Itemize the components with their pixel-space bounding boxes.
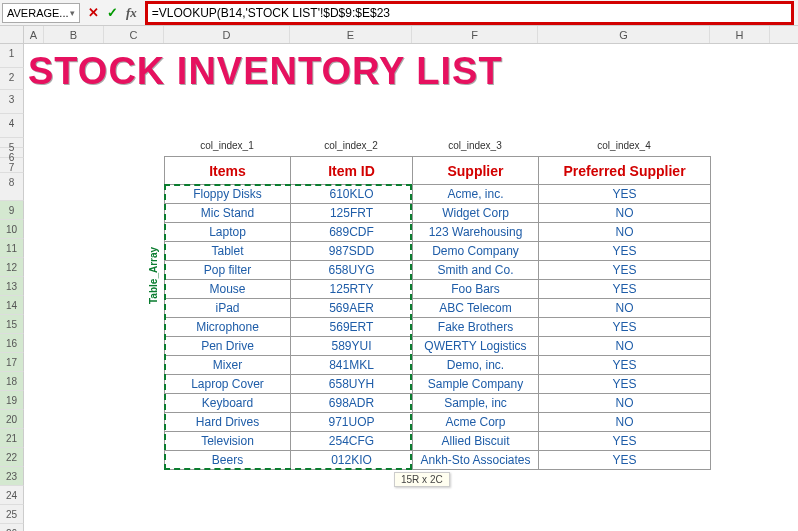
cell[interactable]: YES (539, 451, 711, 470)
fx-icon[interactable]: fx (126, 5, 137, 21)
row-header[interactable]: 12 (0, 258, 24, 277)
table-row[interactable]: Keyboard698ADRSample, incNO (165, 394, 711, 413)
cell[interactable]: Mixer (165, 356, 291, 375)
cell[interactable]: YES (539, 432, 711, 451)
cell[interactable]: 987SDD (291, 242, 413, 261)
row-header[interactable]: 8 (0, 173, 24, 201)
cell[interactable]: Television (165, 432, 291, 451)
table-row[interactable]: Tablet987SDDDemo CompanyYES (165, 242, 711, 261)
cell[interactable]: Keyboard (165, 394, 291, 413)
table-row[interactable]: Microphone569ERTFake BrothersYES (165, 318, 711, 337)
cell[interactable]: ABC Telecom (413, 299, 539, 318)
cell[interactable]: Allied Biscuit (413, 432, 539, 451)
cell[interactable]: NO (539, 223, 711, 242)
table-row[interactable]: Laprop Cover658UYHSample CompanyYES (165, 375, 711, 394)
cell[interactable]: Microphone (165, 318, 291, 337)
cell[interactable]: Pen Drive (165, 337, 291, 356)
th-item-id[interactable]: Item ID (291, 157, 413, 185)
cell[interactable]: 689CDF (291, 223, 413, 242)
row-header[interactable]: 4 (0, 114, 24, 138)
name-box[interactable]: AVERAGE... ▾ (2, 3, 80, 23)
cell[interactable]: Sample, inc (413, 394, 539, 413)
row-header[interactable]: 21 (0, 429, 24, 448)
table-row[interactable]: Laptop689CDF123 WarehousingNO (165, 223, 711, 242)
row-header[interactable]: 15 (0, 315, 24, 334)
table-row[interactable]: Mouse125RTYFoo BarsYES (165, 280, 711, 299)
chevron-down-icon[interactable]: ▾ (69, 8, 75, 18)
col-header-d[interactable]: D (164, 26, 290, 43)
row-header[interactable]: 3 (0, 90, 24, 114)
cell[interactable]: YES (539, 242, 711, 261)
cell[interactable]: NO (539, 337, 711, 356)
table-row[interactable]: Beers012KIOAnkh-Sto AssociatesYES (165, 451, 711, 470)
table-row[interactable]: Hard Drives971UOPAcme CorpNO (165, 413, 711, 432)
cell[interactable]: Laprop Cover (165, 375, 291, 394)
cell[interactable]: 658UYG (291, 261, 413, 280)
row-header[interactable]: 6 (0, 148, 24, 158)
table-row[interactable]: Television254CFGAllied BiscuitYES (165, 432, 711, 451)
cell[interactable]: YES (539, 280, 711, 299)
formula-input[interactable] (148, 6, 791, 20)
cell[interactable]: iPad (165, 299, 291, 318)
cell[interactable]: NO (539, 204, 711, 223)
cell[interactable]: 841MKL (291, 356, 413, 375)
cell[interactable]: Smith and Co. (413, 261, 539, 280)
row-header[interactable]: 11 (0, 239, 24, 258)
cell[interactable]: Demo, inc. (413, 356, 539, 375)
row-header[interactable]: 20 (0, 410, 24, 429)
row-header[interactable]: 9 (0, 201, 24, 220)
cell[interactable]: 123 Warehousing (413, 223, 539, 242)
row-header[interactable]: 22 (0, 448, 24, 467)
row-header[interactable]: 18 (0, 372, 24, 391)
row-header[interactable]: 13 (0, 277, 24, 296)
cell[interactable]: YES (539, 318, 711, 337)
cell[interactable]: YES (539, 375, 711, 394)
cell[interactable]: 971UOP (291, 413, 413, 432)
th-pref-supplier[interactable]: Preferred Supplier (539, 157, 711, 185)
cell[interactable]: Foo Bars (413, 280, 539, 299)
cell[interactable]: 698ADR (291, 394, 413, 413)
table-row[interactable]: Mixer841MKLDemo, inc.YES (165, 356, 711, 375)
cell[interactable]: Ankh-Sto Associates (413, 451, 539, 470)
row-header[interactable]: 16 (0, 334, 24, 353)
table-row[interactable]: iPad569AERABC TelecomNO (165, 299, 711, 318)
cell[interactable]: 569AER (291, 299, 413, 318)
cell[interactable]: Pop filter (165, 261, 291, 280)
row-header[interactable]: 1 (0, 44, 24, 68)
col-header-b[interactable]: B (44, 26, 104, 43)
cell[interactable]: Acme Corp (413, 413, 539, 432)
cell[interactable]: Tablet (165, 242, 291, 261)
cell[interactable]: NO (539, 299, 711, 318)
select-all-corner[interactable] (0, 26, 24, 43)
cell[interactable]: Acme, inc. (413, 185, 539, 204)
row-header[interactable]: 23 (0, 467, 24, 486)
cell[interactable]: Hard Drives (165, 413, 291, 432)
cell[interactable]: 254CFG (291, 432, 413, 451)
cancel-icon[interactable]: ✕ (88, 5, 99, 20)
cell[interactable]: Sample Company (413, 375, 539, 394)
cell[interactable]: 012KIO (291, 451, 413, 470)
cell[interactable]: Beers (165, 451, 291, 470)
cell[interactable]: QWERTY Logistics (413, 337, 539, 356)
row-header[interactable]: 5 (0, 138, 24, 148)
cell[interactable]: YES (539, 261, 711, 280)
cell[interactable]: Fake Brothers (413, 318, 539, 337)
cell[interactable]: YES (539, 185, 711, 204)
cell[interactable]: Widget Corp (413, 204, 539, 223)
cell[interactable]: 589YUI (291, 337, 413, 356)
accept-icon[interactable]: ✓ (107, 5, 118, 20)
cell[interactable]: 125RTY (291, 280, 413, 299)
cell[interactable]: Floppy Disks (165, 185, 291, 204)
cell[interactable]: 610KLO (291, 185, 413, 204)
col-header-g[interactable]: G (538, 26, 710, 43)
th-items[interactable]: Items (165, 157, 291, 185)
row-header[interactable]: 17 (0, 353, 24, 372)
cell[interactable]: Mic Stand (165, 204, 291, 223)
table-row[interactable]: Pen Drive589YUIQWERTY LogisticsNO (165, 337, 711, 356)
sheet-body[interactable]: STOCK INVENTORY LIST col_index_1 col_ind… (24, 44, 798, 531)
row-header[interactable]: 2 (0, 68, 24, 90)
cell[interactable]: Demo Company (413, 242, 539, 261)
cell[interactable]: 125FRT (291, 204, 413, 223)
cell[interactable]: Laptop (165, 223, 291, 242)
cell[interactable]: NO (539, 394, 711, 413)
